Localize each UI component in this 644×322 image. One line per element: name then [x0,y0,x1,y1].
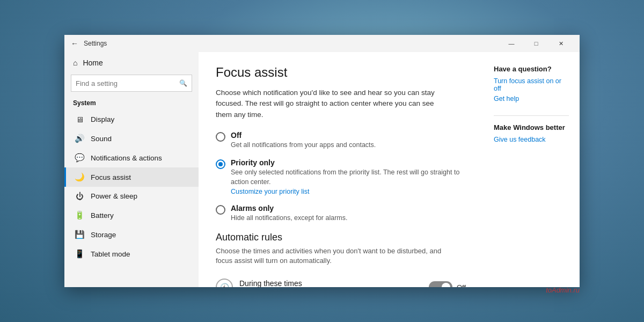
home-icon: ⌂ [73,58,77,67]
option-priority-desc: See only selected notifications from the… [231,168,466,187]
option-off-desc: Get all notifications from your apps and… [231,141,376,150]
tablet-icon: 📱 [75,249,84,259]
sidebar-item-label-power: Power & sleep [91,192,137,200]
close-button[interactable]: ✕ [548,35,573,52]
toggle-wrap: Off [429,281,466,287]
sidebar-item-label-display: Display [91,115,114,123]
power-icon: ⏻ [75,192,84,201]
search-icon: 🔍 [179,79,187,87]
sidebar-item-storage[interactable]: 💾 Storage [64,225,199,244]
settings-window: ← Settings — □ ✕ ⌂ Home 🔍 System 🖥 Displ… [64,35,580,287]
option-alarms-label: Alarms only [231,204,347,213]
option-alarms: Alarms only Hide all notifications, exce… [216,204,466,223]
improve-section: Make Windows better Give us feedback [494,123,569,143]
sidebar-item-label-focus: Focus assist [91,173,131,181]
help-title: Have a question? [494,65,569,73]
sidebar-item-sound[interactable]: 🔊 Sound [64,129,199,148]
right-panel: Have a question? Turn focus assist on or… [483,52,580,287]
rule-name: During these times [239,279,422,287]
page-title: Focus assist [216,65,466,80]
window-content: ⌂ Home 🔍 System 🖥 Display 🔊 Sound 💬 Noti… [64,52,580,287]
feedback-link[interactable]: Give us feedback [494,136,569,143]
option-off: Off Get all notifications from your apps… [216,131,466,150]
option-priority-label: Priority only [231,158,466,167]
maximize-button[interactable]: □ [524,35,548,52]
search-box[interactable]: 🔍 [71,75,192,92]
title-bar: ← Settings — □ ✕ [64,35,580,52]
sidebar-item-label-tablet: Tablet mode [91,250,130,258]
rule-toggle[interactable] [429,281,452,287]
sidebar-item-label-battery: Battery [91,211,114,219]
storage-icon: 💾 [75,230,84,239]
customize-priority-link[interactable]: Customize your priority list [231,188,466,195]
sidebar: ⌂ Home 🔍 System 🖥 Display 🔊 Sound 💬 Noti… [64,52,199,287]
sidebar-item-battery[interactable]: 🔋 Battery [64,206,199,225]
search-input[interactable] [76,79,179,87]
option-alarms-text: Alarms only Hide all notifications, exce… [231,204,347,223]
rule-during-times: 🕙 During these times 10:00 PM - 7:00 AM;… [216,273,466,287]
option-alarms-desc: Hide all notifications, except for alarm… [231,214,347,223]
rule-clock-icon: 🕙 [216,279,233,287]
sidebar-item-power[interactable]: ⏻ Power & sleep [64,187,199,206]
option-off-label: Off [231,131,376,140]
sidebar-item-label-notifications: Notifications & actions [91,154,162,162]
option-priority: Priority only See only selected notifica… [216,158,466,195]
sidebar-item-focus[interactable]: 🌙 Focus assist [64,167,199,187]
help-link-focus-assist[interactable]: Turn focus assist on or off [494,77,569,92]
home-label: Home [83,58,103,67]
sidebar-item-notifications[interactable]: 💬 Notifications & actions [64,148,199,167]
sidebar-item-tablet[interactable]: 📱 Tablet mode [64,244,199,264]
radio-off[interactable] [216,132,225,142]
sidebar-item-label-sound: Sound [91,135,112,143]
battery-icon: 🔋 [75,210,84,220]
window-title: Settings [84,40,499,47]
rule-text: During these times 10:00 PM - 7:00 AM; P… [239,279,422,287]
option-off-text: Off Get all notifications from your apps… [231,131,376,150]
focus-icon: 🌙 [75,172,84,182]
main-content: Focus assist Choose which notification y… [199,52,483,287]
watermark: toAdmin.ru [546,286,580,294]
help-section: Have a question? Turn focus assist on or… [494,65,569,103]
minimize-button[interactable]: — [499,35,524,52]
window-controls: — □ ✕ [499,35,573,52]
back-button[interactable]: ← [71,39,78,48]
sound-icon: 🔊 [75,134,84,143]
sidebar-item-display[interactable]: 🖥 Display [64,110,199,129]
option-priority-text: Priority only See only selected notifica… [231,158,466,195]
improve-title: Make Windows better [494,123,569,131]
auto-rules-title: Automatic rules [216,232,466,243]
sidebar-item-home[interactable]: ⌂ Home [64,54,199,71]
notifications-icon: 💬 [75,153,84,163]
sidebar-item-label-storage: Storage [91,231,116,239]
page-description: Choose which notification you'd like to … [216,87,452,120]
section-label: System [64,97,199,110]
auto-rules-desc: Choose the times and activities when you… [216,246,452,266]
radio-alarms[interactable] [216,205,225,215]
display-icon: 🖥 [75,115,84,124]
toggle-label: Off [457,283,466,287]
help-link-get-help[interactable]: Get help [494,95,569,103]
divider [494,115,569,116]
radio-priority[interactable] [216,159,225,169]
